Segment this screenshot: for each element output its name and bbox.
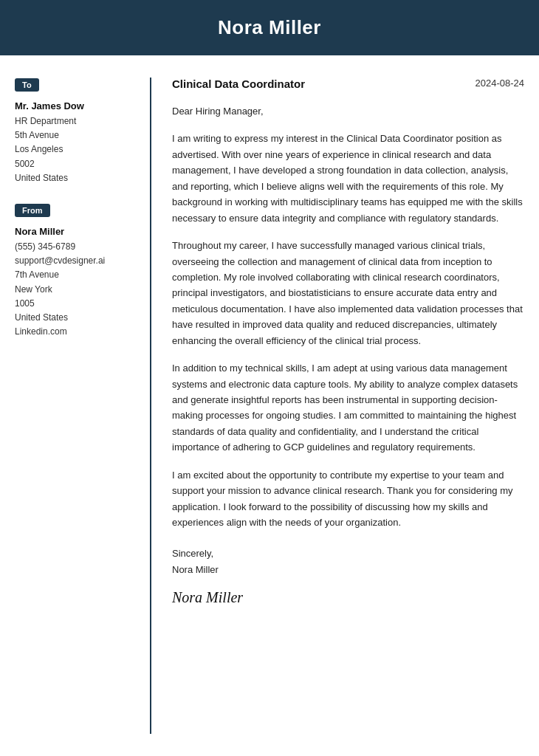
page: Nora Miller To Mr. James Dow HR Departme… (0, 0, 539, 756)
header: Nora Miller (0, 0, 539, 55)
sender-name: Nora Miller (15, 226, 135, 237)
paragraph-2: Throughout my career, I have successfull… (172, 238, 524, 348)
sender-city: New York (15, 284, 52, 295)
letter-header: Clinical Data Coordinator 2024-08-24 (172, 78, 524, 90)
closing-word: Sincerely, (172, 548, 213, 559)
from-badge: From (15, 204, 50, 217)
sidebar: To Mr. James Dow HR Department 5th Avenu… (15, 78, 151, 734)
sender-street: 7th Avenue (15, 269, 59, 280)
salutation: Dear Hiring Manager, (172, 103, 524, 119)
content: To Mr. James Dow HR Department 5th Avenu… (0, 55, 539, 756)
recipient-street: 5th Avenue (15, 130, 59, 140)
job-title: Clinical Data Coordinator (172, 78, 305, 90)
closing-text: Sincerely, Nora Miller (172, 546, 524, 578)
recipient-zip: 5002 (15, 159, 35, 169)
closing-block: Sincerely, Nora Miller Nora Miller (172, 546, 524, 610)
letter-date: 2024-08-24 (476, 78, 525, 89)
to-section: To Mr. James Dow HR Department 5th Avenu… (15, 78, 135, 185)
sender-phone: (555) 345-6789 (15, 241, 75, 252)
recipient-city: Los Angeles (15, 144, 63, 154)
sender-email: support@cvdesigner.ai (15, 255, 105, 266)
recipient-name: Mr. James Dow (15, 100, 135, 111)
from-section: From Nora Miller (555) 345-6789 support@… (15, 203, 135, 339)
header-name: Nora Miller (15, 16, 524, 39)
to-badge: To (15, 78, 39, 92)
letter-body: Dear Hiring Manager, I am writing to exp… (172, 103, 524, 610)
sender-zip: 1005 (15, 298, 35, 309)
signature-text: Nora Miller (172, 589, 243, 605)
sender-website: Linkedin.com (15, 326, 67, 337)
paragraph-4: I am excited about the opportunity to co… (172, 467, 524, 531)
recipient-country: United States (15, 173, 68, 183)
recipient-department: HR Department (15, 116, 76, 126)
closing-name: Nora Miller (172, 564, 219, 575)
recipient-details: HR Department 5th Avenue Los Angeles 500… (15, 114, 135, 185)
paragraph-3: In addition to my technical skills, I am… (172, 360, 524, 456)
sender-country: United States (15, 312, 68, 323)
main-content: Clinical Data Coordinator 2024-08-24 Dea… (151, 78, 524, 734)
paragraph-1: I am writing to express my interest in t… (172, 131, 524, 226)
signature: Nora Miller (172, 585, 524, 610)
sender-details: (555) 345-6789 support@cvdesigner.ai 7th… (15, 240, 135, 339)
